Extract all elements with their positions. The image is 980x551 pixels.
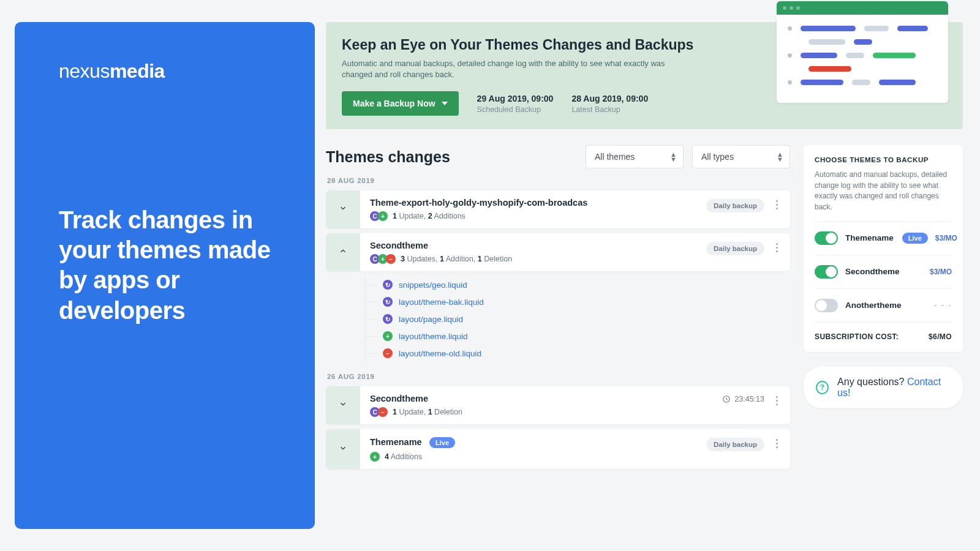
change-card: Secondtheme C + − 3 Updates, 1 Addition,…	[326, 233, 790, 271]
toggle[interactable]	[815, 299, 838, 312]
expand-toggle[interactable]	[326, 233, 360, 271]
make-backup-button[interactable]: Make a Backup Now	[342, 91, 459, 116]
help-card: ? Any questions? Contact us!	[804, 367, 963, 408]
theme-name: Secondtheme	[370, 394, 716, 403]
delete-icon: −	[386, 254, 396, 264]
caret-down-icon	[442, 102, 448, 105]
option-name: Secondtheme	[845, 267, 900, 276]
banner: Keep an Eye on Your Themes Changes and B…	[326, 22, 963, 129]
sort-icon: ▲▼	[670, 152, 677, 162]
chevron-up-icon	[339, 247, 347, 258]
promo-panel: nexusmedia Track changes in your themes …	[15, 22, 315, 529]
change-time: 23:45:13	[722, 395, 764, 403]
toggle[interactable]	[815, 231, 838, 245]
daily-backup-badge: Daily backup	[706, 438, 764, 451]
live-badge: Live	[429, 437, 455, 448]
kebab-menu[interactable]	[771, 241, 783, 255]
theme-name: Secondtheme	[370, 241, 700, 250]
date-heading: 28 AUG 2019	[327, 177, 790, 184]
file-link[interactable]: layout/theme-bak.liquid	[399, 298, 484, 307]
scheduled-label: Scheduled Backup	[477, 105, 554, 114]
sort-icon: ▲▼	[777, 152, 783, 162]
filter-themes-value: All themes	[595, 152, 635, 162]
theme-name: Themename	[370, 437, 422, 447]
option-name: Themename	[845, 233, 894, 242]
add-icon: +	[383, 331, 393, 341]
delete-icon: −	[378, 407, 388, 417]
backup-option: Anothertheme - - -	[815, 288, 952, 322]
banner-subtitle: Automatic and manual backups, detailed c…	[342, 58, 666, 80]
option-name: Anothertheme	[845, 301, 902, 310]
backup-option: Secondtheme $3/MO	[815, 255, 952, 288]
filter-themes-select[interactable]: All themes ▲▼	[586, 145, 684, 168]
app-panel: Keep an Eye on Your Themes Changes and B…	[326, 22, 963, 529]
delete-icon: −	[383, 348, 393, 358]
kebab-menu[interactable]	[771, 394, 783, 408]
file-link[interactable]: layout/page.liquid	[399, 315, 463, 324]
brand-logo: nexusmedia	[59, 60, 271, 83]
option-price: $3/MO	[935, 234, 957, 242]
make-backup-label: Make a Backup Now	[353, 99, 435, 108]
add-icon: +	[378, 211, 388, 221]
update-icon: ↻	[383, 314, 393, 324]
sidebar-text: Automatic and manual backups, detailed c…	[815, 170, 952, 212]
toggle[interactable]	[815, 265, 838, 279]
scheduled-backup: 29 Aug 2019, 09:00 Scheduled Backup	[477, 94, 554, 114]
brand-light: nexus	[59, 60, 110, 83]
kebab-menu[interactable]	[771, 437, 783, 451]
add-icon: +	[370, 452, 380, 462]
theme-name: Theme-export-holy-goldy-myshopify-com-br…	[370, 198, 700, 208]
chevron-down-icon	[339, 444, 347, 455]
brand-bold: media	[110, 60, 165, 83]
filter-types-value: All types	[701, 152, 734, 162]
chevron-down-icon	[339, 400, 347, 411]
option-price: $3/MO	[930, 268, 952, 276]
filter-types-select[interactable]: All types ▲▼	[692, 145, 790, 168]
change-icons: C + −	[370, 254, 396, 264]
daily-backup-badge: Daily backup	[706, 199, 764, 212]
change-icons: C +	[370, 211, 388, 221]
date-heading: 26 AUG 2019	[327, 373, 790, 380]
expand-toggle[interactable]	[326, 386, 360, 424]
file-link[interactable]: layout/theme.liquid	[399, 332, 468, 341]
clock-icon	[722, 395, 731, 403]
question-icon: ?	[816, 381, 829, 394]
expand-toggle[interactable]	[326, 190, 360, 228]
section-title: Themes changes	[326, 148, 577, 166]
help-text: Any questions? Contact us!	[837, 377, 951, 399]
file-link[interactable]: snippets/geo.liquid	[399, 280, 467, 290]
change-icons: +	[370, 452, 380, 462]
expand-toggle[interactable]	[326, 429, 360, 469]
latest-backup: 28 Aug 2019, 09:00 Latest Backup	[571, 94, 648, 114]
scheduled-datetime: 29 Aug 2019, 09:00	[477, 94, 554, 103]
promo-copy: Track changes in your themes made by app…	[59, 205, 271, 326]
change-icons: C −	[370, 407, 388, 417]
change-card: Themename Live + 4 Additions	[326, 429, 790, 469]
subscription-cost: SUBSCRIPTION COST: $6/MO	[815, 322, 952, 352]
update-icon: ↻	[383, 280, 393, 290]
change-stats: 1 Update, 2 Additions	[393, 212, 466, 220]
latest-label: Latest Backup	[571, 105, 648, 114]
change-card: Secondtheme C − 1 Update, 1 Deletion	[326, 386, 790, 424]
option-price: - - -	[934, 301, 952, 310]
update-icon: ↻	[383, 297, 393, 307]
backup-option: Themename Live $3/MO	[815, 221, 952, 255]
file-link[interactable]: layout/theme-old.liquid	[399, 349, 481, 358]
cost-label: SUBSCRIPTION COST:	[815, 332, 899, 341]
kebab-menu[interactable]	[771, 198, 783, 212]
sidebar: CHOOSE THEMES TO BACKUP Automatic and ma…	[804, 145, 963, 474]
latest-datetime: 28 Aug 2019, 09:00	[571, 94, 648, 103]
changes-main: Themes changes All themes ▲▼ All types ▲…	[326, 145, 790, 474]
cost-value: $6/MO	[929, 332, 952, 341]
daily-backup-badge: Daily backup	[706, 242, 764, 255]
change-stats: 3 Updates, 1 Addition, 1 Deletion	[401, 255, 512, 263]
change-stats: 1 Update, 1 Deletion	[393, 408, 462, 416]
chevron-down-icon	[339, 204, 347, 215]
change-stats: 4 Additions	[385, 452, 422, 461]
live-badge: Live	[902, 233, 928, 244]
change-file-list: ↻snippets/geo.liquid ↻layout/theme-bak.l…	[365, 276, 790, 362]
sidebar-heading: CHOOSE THEMES TO BACKUP	[815, 156, 952, 163]
banner-title: Keep an Eye on Your Themes Changes and B…	[342, 37, 766, 53]
sidebar-card: CHOOSE THEMES TO BACKUP Automatic and ma…	[804, 145, 963, 352]
change-card: Theme-export-holy-goldy-myshopify-com-br…	[326, 190, 790, 228]
